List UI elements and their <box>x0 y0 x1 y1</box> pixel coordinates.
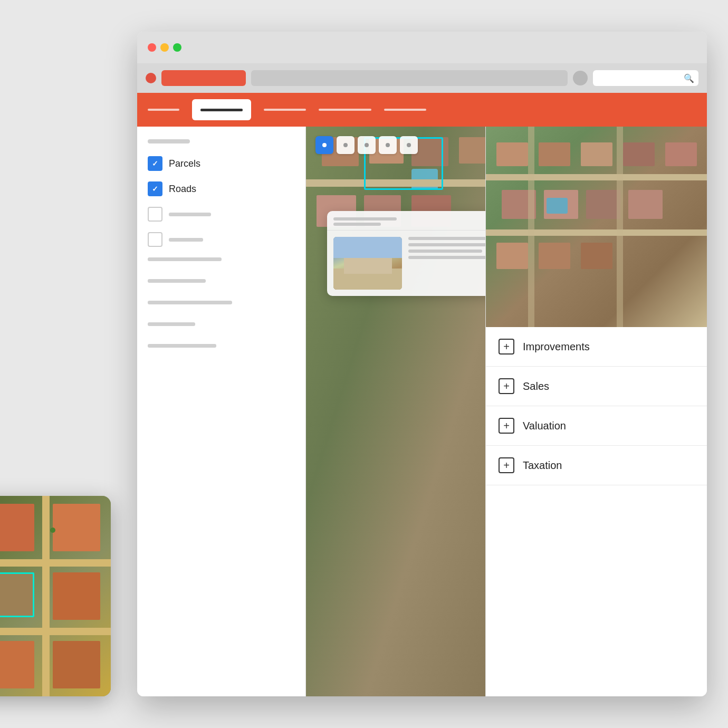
popup-detail-lines <box>408 237 485 290</box>
nav-tab-2-active[interactable] <box>192 99 251 120</box>
map-tool-layers[interactable] <box>400 136 418 154</box>
tool-dot-4 <box>386 143 390 147</box>
right-panel: + Improvements + Sales + <box>485 127 707 696</box>
house-4 <box>459 137 485 164</box>
map-tool-draw[interactable] <box>379 136 397 154</box>
mini-map-bg: + − <box>0 496 111 696</box>
mm-hroad-2 <box>0 628 111 635</box>
tool-dot-2 <box>343 143 348 147</box>
rp-house-8 <box>586 190 620 219</box>
sales-title: Sales <box>523 380 549 392</box>
popup-header: × <box>327 211 485 231</box>
sales-expand-icon[interactable]: + <box>499 378 514 394</box>
browser-back-icon[interactable] <box>146 73 156 83</box>
house-photo <box>333 237 402 290</box>
map-tool-measure[interactable] <box>358 136 376 154</box>
accordion-valuation[interactable]: + Valuation <box>486 406 707 446</box>
rp-house-3 <box>581 142 612 166</box>
nav-tab-5-label <box>384 109 426 111</box>
rp-house-4 <box>623 142 655 166</box>
accordion-taxation-header[interactable]: + Taxation <box>486 446 707 485</box>
detail-line-1 <box>408 237 485 240</box>
mm-selected-parcel <box>0 572 34 617</box>
taxation-title: Taxation <box>523 459 562 472</box>
nav-tab-2-label <box>200 109 243 111</box>
tool-dot-5 <box>407 143 411 147</box>
map-toolbar <box>315 136 418 154</box>
parcels-label: Parcels <box>169 158 200 169</box>
minimize-button[interactable] <box>160 43 169 52</box>
taxation-plus-label: + <box>503 459 510 472</box>
maximize-button[interactable] <box>173 43 181 52</box>
sidebar-title-placeholder <box>148 139 190 143</box>
map-tool-select[interactable] <box>315 136 333 154</box>
sidebar-placeholders <box>148 257 295 358</box>
property-map-preview <box>486 127 707 327</box>
sidebar: ✓ Parcels ✓ Roads <box>137 127 306 696</box>
rp-house-1 <box>496 142 528 166</box>
mm-house-8 <box>0 641 34 688</box>
accordion-taxation[interactable]: + Taxation <box>486 446 707 485</box>
map-tool-pan[interactable] <box>337 136 355 154</box>
valuation-expand-icon[interactable]: + <box>499 418 514 434</box>
layer-3[interactable] <box>148 207 295 222</box>
layer-4-placeholder <box>169 238 203 242</box>
rp-pool <box>547 198 568 214</box>
improvements-expand-icon[interactable]: + <box>499 339 514 355</box>
popup-body <box>327 231 485 296</box>
mm-vroad-2 <box>42 496 50 696</box>
popup-id-line <box>333 223 381 226</box>
ph-1 <box>148 257 222 261</box>
nav-tab-1-label <box>148 109 179 111</box>
layer-parcels[interactable]: ✓ Parcels <box>148 156 295 171</box>
layer-4-checkbox[interactable] <box>148 232 162 247</box>
taxation-expand-icon[interactable]: + <box>499 457 514 473</box>
mm-hroad-1 <box>0 559 111 567</box>
nav-tab-5[interactable] <box>384 99 426 120</box>
improvements-plus-label: + <box>503 341 510 353</box>
rp-vroad-2 <box>617 127 623 327</box>
rp-vroad-1 <box>528 127 534 327</box>
profile-icon[interactable] <box>573 71 588 85</box>
layer-roads[interactable]: ✓ Roads <box>148 181 295 196</box>
url-bar-gray <box>251 70 568 86</box>
detail-line-2 <box>408 243 485 246</box>
property-popup: × <box>327 211 485 296</box>
valuation-title: Valuation <box>523 420 566 432</box>
popup-header-text <box>333 217 397 226</box>
app-content: ✓ Parcels ✓ Roads <box>137 127 707 696</box>
nav-tab-3[interactable] <box>264 99 306 120</box>
browser-toolbar: 🔍 <box>137 63 707 93</box>
accordion-sales[interactable]: + Sales <box>486 367 707 406</box>
rp-house-5 <box>665 142 697 166</box>
app-navbar <box>137 93 707 127</box>
map-area[interactable]: × <box>306 127 485 696</box>
search-icon: 🔍 <box>684 73 694 83</box>
traffic-lights <box>148 43 181 52</box>
browser-window: 🔍 ✓ Parcels <box>137 32 707 696</box>
checkmark-icon-2: ✓ <box>152 185 158 193</box>
nav-tab-1[interactable] <box>148 99 179 120</box>
rp-house-12 <box>581 243 612 269</box>
url-bar-active[interactable] <box>161 70 246 86</box>
roads-checkbox[interactable]: ✓ <box>148 181 162 196</box>
nav-tab-4-label <box>319 109 371 111</box>
accordion-valuation-header[interactable]: + Valuation <box>486 406 707 445</box>
accordion-improvements[interactable]: + Improvements <box>486 327 707 367</box>
ph-2 <box>148 279 206 283</box>
parcels-checkbox[interactable]: ✓ <box>148 156 162 171</box>
accordion-improvements-header[interactable]: + Improvements <box>486 327 707 366</box>
accordion-sales-header[interactable]: + Sales <box>486 367 707 406</box>
nav-tab-4[interactable] <box>319 99 371 120</box>
ph-3 <box>148 301 232 304</box>
layer-3-checkbox[interactable] <box>148 207 162 222</box>
ph-5 <box>148 344 216 348</box>
layer-3-placeholder <box>169 213 211 216</box>
mm-house-9 <box>53 641 100 688</box>
roads-label: Roads <box>169 184 196 195</box>
valuation-plus-label: + <box>503 420 510 432</box>
close-button[interactable] <box>148 43 156 52</box>
rp-house-11 <box>539 243 570 269</box>
browser-search-box[interactable]: 🔍 <box>593 70 698 86</box>
layer-4[interactable] <box>148 232 295 247</box>
